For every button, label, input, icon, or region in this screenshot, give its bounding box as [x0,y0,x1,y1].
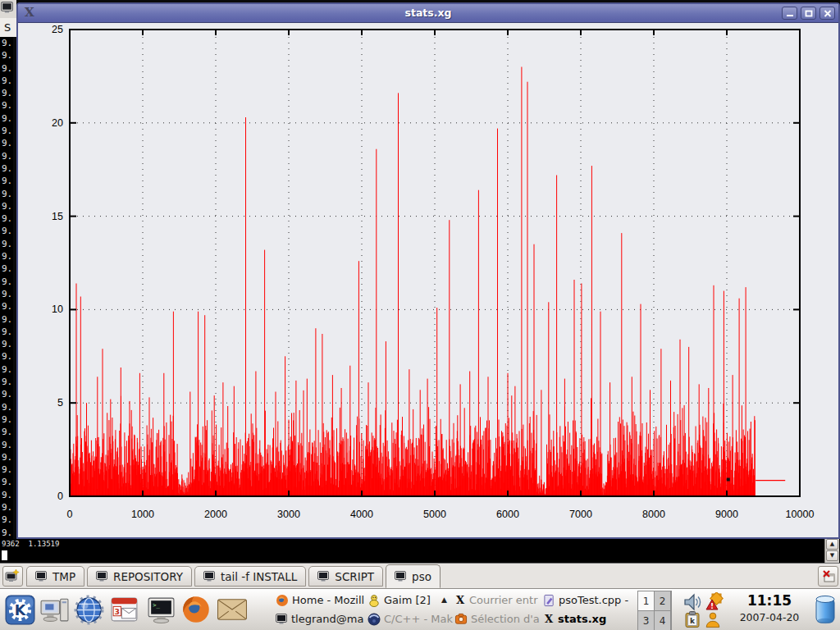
konsole-tab-tmp[interactable]: TMP [26,566,84,587]
terminal-scrollbar[interactable]: ▲ ▼ [824,539,839,563]
desktop: S 9.9.9.9.9.9.9.9.9.9.9.9.9.9.9.9.9.9.9.… [0,0,840,630]
firefox-launcher[interactable] [180,592,212,627]
terminal-side-line: 9. [2,439,13,451]
pager-desktop-2[interactable]: 2 [655,591,670,610]
kmenu-launcher[interactable]: K [3,592,36,627]
clock-date[interactable]: 2007-04-20 [727,611,812,623]
terminal-side-line: 9. [2,250,13,262]
terminal-side-line: 9. [2,376,13,388]
glass-icon[interactable] [813,593,838,629]
titlebar[interactable]: X stats.xg [18,4,838,23]
taskbar-item-courrier-entr[interactable]: XCourrier entr [453,591,541,609]
editor-icon [543,594,555,607]
svg-text:7000: 7000 [569,509,592,520]
minimize-button[interactable] [782,7,797,20]
scroll-up-button[interactable]: ▲ [826,539,838,550]
terminal-side-line: 9. [2,338,13,350]
taskbar-item-stats-xg[interactable]: Xstats.xg [541,609,638,628]
taskbar-item-psotest-cpp[interactable]: psoTest.cpp - [541,591,638,609]
system-launcher[interactable] [38,592,71,627]
pager-desktop-3[interactable]: 3 [638,611,654,630]
terminal-side-line: 9. [2,451,13,463]
konsole-tab-pso[interactable]: pso [386,564,441,588]
terminal-side-line: 9. [2,125,13,137]
konsole-menubar: S [0,18,16,37]
new-session-button[interactable] [2,566,23,587]
taskbar-overflow-arrow[interactable]: ▲ [441,596,447,604]
taskbar-item-tlegrand-ma[interactable]: tlegrand@ma [274,609,366,628]
close-session-button[interactable] [818,566,838,587]
svg-text:X: X [545,613,554,625]
gaim-icon [368,594,381,607]
mail-launcher[interactable] [216,592,249,627]
svg-text:>_: >_ [153,601,160,609]
konsole-tabbar: TMPREPOSITORYtail -f INSTALLSCRIPTpso [0,563,840,588]
svg-text:15: 15 [52,211,63,222]
presence-tray-icon[interactable] [704,611,722,628]
konsole-tab-script[interactable]: SCRIPT [308,566,383,587]
new-session-icon [5,569,21,583]
terminal-output-area[interactable]: 9362 1.13519 ▲ ▼ [0,539,840,563]
taskbar-item-label: Courrier entr [469,594,538,606]
svg-text:10000: 10000 [786,509,815,520]
pager-desktop-4[interactable]: 4 [655,611,670,630]
person-icon [705,611,721,628]
pager-desktop-1[interactable]: 1 [638,591,654,610]
chart-area: 0100020003000400050006000700080009000100… [18,23,838,538]
taskbar-item-s-lection-d-a[interactable]: Sélection d'a [453,609,541,628]
xgraph-app-icon: X [25,5,34,20]
clipboard-icon: k [684,611,701,628]
terminal-side-line: 9. [2,225,13,237]
scroll-down-button[interactable]: ▼ [826,550,838,561]
taskbar-item-c-c-mak[interactable]: C/C++ - Mak [366,609,453,628]
clock-time[interactable]: 11:15 [727,592,812,609]
terminal-side-line: 9. [2,388,13,400]
terminal-side-line: 9. [2,188,13,200]
firefox-icon [181,595,211,624]
terminal-icon [96,571,108,582]
maximize-icon [805,10,813,17]
tab-label: REPOSITORY [113,570,183,583]
maximize-button[interactable] [801,7,816,20]
svg-text:0: 0 [57,491,63,502]
taskbar-item-label: Sélection d'a [471,613,540,625]
taskbar-item-home-mozill[interactable]: Home - Mozill [274,591,366,609]
terminal-side-line: 9. [2,514,13,526]
system-icon [39,595,70,625]
terminal-side-line: 9. [2,175,13,187]
svg-text:9000: 9000 [715,509,738,520]
tab-label: SCRIPT [335,570,374,583]
taskbar-item-gaim-2[interactable]: Gaim [2] [366,591,453,609]
window-title: stats.xg [18,4,838,22]
taskbar-item-label: stats.xg [558,613,606,625]
terminal-side-line: 9. [2,112,13,125]
konsole-tab-tail-f-install[interactable]: tail -f INSTALL [194,566,306,587]
konsole-tab-repository[interactable]: REPOSITORY [87,566,192,587]
tab-label: tail -f INSTALL [221,570,297,583]
kontact-launcher[interactable]: 3 [107,592,140,627]
klipper-tray-icon[interactable]: k [683,611,701,628]
terminal-side-lines[interactable]: 9.9.9.9.9.9.9.9.9.9.9.9.9.9.9.9.9.9.9.9.… [0,37,13,539]
konsole-window-icon [0,0,16,18]
terminal-side-line: 9. [2,363,13,376]
xgraph-window: X stats.xg 01000200030004000500060007000… [16,2,840,539]
terminal-side-line: 9. [2,476,13,488]
svg-text:3: 3 [114,606,119,615]
konqueror-launcher[interactable] [72,592,105,627]
terminal-side-line: 9. [2,326,13,338]
menu-session[interactable]: S [4,21,11,34]
terminal-side-line: 9. [2,276,13,288]
terminal-side-line: 9. [2,489,13,501]
close-button[interactable] [819,7,835,20]
volume-tray-icon[interactable] [682,592,703,612]
kmenu-icon: K [5,595,35,625]
taskbar: Home - MozillGaim [2]XCourrier entrpsoTe… [274,591,638,629]
terminal-side-line: 9. [2,87,13,99]
terminal-side-line: 9. [2,37,13,49]
terminal-side-line: 9. [2,99,13,112]
svg-text:K: K [14,601,26,618]
terminal-side-line: 9. [2,137,13,149]
alarm-tray-icon[interactable]: ! [704,592,725,612]
taskbar-row-1: Home - MozillGaim [2]XCourrier entrpsoTe… [274,591,638,609]
konsole-launcher[interactable]: >_ [144,592,177,627]
